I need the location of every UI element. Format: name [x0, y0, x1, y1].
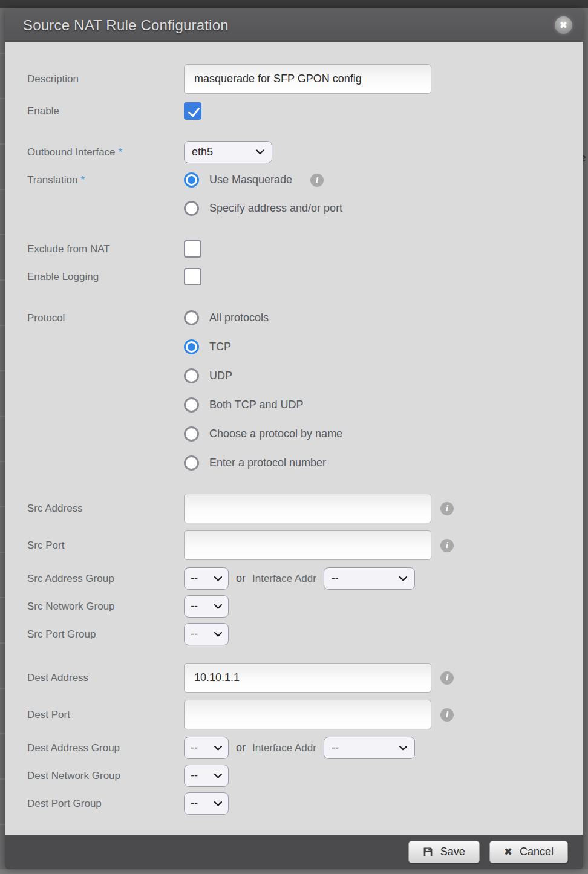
dimmed-page-left [0, 8, 5, 869]
protocol-number-label: Enter a protocol number [209, 457, 326, 469]
src-port-row: Src Port i [5, 530, 583, 560]
src-port-group-value: -- [191, 628, 198, 641]
info-icon[interactable]: i [440, 671, 454, 685]
enable-logging-label: Enable Logging [27, 271, 184, 283]
close-icon[interactable]: ✖ [555, 16, 572, 34]
chevron-down-icon [214, 801, 222, 806]
translation-label: Translation* [27, 172, 184, 188]
cancel-button[interactable]: ✖ Cancel [489, 841, 568, 863]
exclude-from-nat-label: Exclude from NAT [27, 243, 184, 255]
dest-address-group-select[interactable]: -- [184, 737, 229, 759]
protocol-option-tcp: TCP [184, 339, 342, 354]
dialog-header: Source NAT Rule Configuration ✖ [5, 8, 583, 42]
required-asterisk: * [119, 146, 123, 158]
translation-options: Use Masquerade i Specify address and/or … [184, 172, 342, 216]
outbound-interface-row: Outbound Interface* eth5 [5, 141, 583, 163]
src-address-input[interactable] [184, 494, 431, 523]
both-tcp-udp-radio[interactable] [184, 397, 199, 413]
dest-port-group-select[interactable]: -- [184, 792, 229, 815]
chevron-down-icon [214, 746, 222, 751]
dest-address-input[interactable] [184, 663, 431, 693]
background-page-partial-text: e [583, 151, 586, 165]
src-interface-addr-select[interactable]: -- [324, 567, 415, 590]
source-nat-rule-dialog: Source NAT Rule Configuration ✖ Descript… [5, 8, 583, 869]
chevron-down-icon [399, 576, 407, 581]
dialog-body: Description Enable Outbound Interface* e… [5, 42, 583, 835]
info-icon[interactable]: i [440, 502, 454, 515]
all-protocols-label: All protocols [209, 311, 269, 324]
src-network-group-row: Src Network Group -- [5, 595, 583, 618]
info-icon[interactable]: i [440, 539, 454, 552]
dest-address-label: Dest Address [27, 672, 184, 684]
enable-logging-row: Enable Logging [5, 268, 583, 285]
outbound-interface-value: eth5 [192, 146, 213, 158]
src-network-group-select[interactable]: -- [184, 595, 229, 618]
protocol-by-name-radio[interactable] [184, 426, 199, 442]
use-masquerade-label: Use Masquerade [209, 174, 292, 186]
src-address-group-value: -- [191, 572, 198, 585]
dest-port-group-value: -- [191, 797, 198, 810]
dest-port-input[interactable] [184, 700, 431, 729]
exclude-from-nat-checkbox[interactable] [184, 240, 201, 258]
dimmed-page-bottom [0, 869, 588, 874]
info-icon[interactable]: i [310, 174, 324, 187]
translation-option-specify: Specify address and/or port [184, 201, 342, 216]
src-address-row: Src Address i [5, 494, 583, 523]
chevron-down-icon [214, 774, 222, 778]
protocol-option-udp: UDP [184, 368, 342, 383]
enable-checkbox[interactable] [184, 102, 201, 120]
or-label: or [236, 572, 246, 585]
dest-address-group-row: Dest Address Group -- or Interface Addr … [5, 737, 583, 759]
dimmed-page-top [0, 0, 588, 8]
dialog-title: Source NAT Rule Configuration [23, 17, 229, 34]
dest-interface-addr-select[interactable]: -- [324, 737, 415, 759]
use-masquerade-radio[interactable] [184, 172, 199, 188]
dest-interface-addr-value: -- [332, 742, 339, 754]
dest-address-group-value: -- [191, 742, 198, 754]
protocol-by-name-label: Choose a protocol by name [209, 428, 342, 440]
tcp-radio[interactable] [184, 339, 199, 354]
chevron-down-icon [399, 746, 407, 751]
save-button-label: Save [440, 846, 465, 858]
exclude-from-nat-row: Exclude from NAT [5, 240, 583, 258]
enable-label: Enable [27, 105, 184, 117]
src-network-group-value: -- [191, 600, 198, 613]
protocol-option-by-number: Enter a protocol number [184, 455, 342, 471]
enable-row: Enable [5, 102, 583, 120]
dest-network-group-value: -- [191, 769, 198, 782]
description-row: Description [5, 64, 583, 94]
chevron-down-icon [214, 632, 222, 637]
dest-port-label: Dest Port [27, 709, 184, 721]
required-asterisk: * [80, 174, 85, 186]
protocol-label: Protocol [27, 310, 184, 325]
src-address-group-label: Src Address Group [27, 573, 184, 585]
description-input[interactable] [184, 64, 431, 94]
dest-port-group-row: Dest Port Group -- [5, 792, 583, 815]
specify-address-radio[interactable] [184, 201, 199, 216]
outbound-interface-label: Outbound Interface* [27, 146, 184, 158]
dest-address-row: Dest Address i [5, 663, 583, 693]
protocol-number-radio[interactable] [184, 455, 199, 471]
src-address-group-select[interactable]: -- [184, 567, 229, 590]
dest-network-group-select[interactable]: -- [184, 765, 229, 787]
description-label: Description [27, 73, 184, 85]
protocol-options: All protocols TCP UDP Both TCP and UDP C… [184, 310, 342, 471]
dest-network-group-row: Dest Network Group -- [5, 765, 583, 787]
src-port-group-select[interactable]: -- [184, 623, 229, 645]
outbound-interface-select[interactable]: eth5 [184, 141, 272, 163]
both-tcp-udp-label: Both TCP and UDP [209, 399, 303, 411]
udp-radio[interactable] [184, 368, 199, 383]
protocol-row: Protocol All protocols TCP UDP Both TCP … [5, 310, 583, 471]
dialog-footer: Save ✖ Cancel [5, 835, 583, 869]
interface-addr-label: Interface Addr [252, 742, 316, 754]
tcp-label: TCP [209, 341, 231, 353]
udp-label: UDP [209, 370, 232, 382]
enable-logging-checkbox[interactable] [184, 268, 201, 285]
info-icon[interactable]: i [440, 708, 454, 722]
save-button[interactable]: Save [408, 841, 480, 863]
all-protocols-radio[interactable] [184, 310, 199, 325]
protocol-option-by-name: Choose a protocol by name [184, 426, 342, 442]
dimmed-page-right: e [583, 8, 588, 869]
src-port-input[interactable] [184, 530, 431, 560]
dest-network-group-label: Dest Network Group [27, 770, 184, 782]
